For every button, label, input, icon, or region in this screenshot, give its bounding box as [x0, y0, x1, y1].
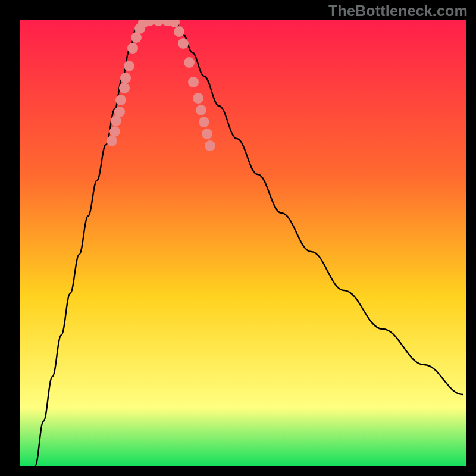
data-dot	[196, 105, 206, 115]
data-dot	[124, 61, 134, 71]
data-dot	[193, 93, 203, 104]
data-dot	[202, 129, 212, 139]
data-dot	[127, 43, 138, 54]
data-dot	[199, 117, 209, 127]
chart-frame: TheBottleneck.com	[0, 0, 476, 476]
data-dot	[120, 73, 131, 83]
data-dot	[205, 140, 215, 151]
watermark-text: TheBottleneck.com	[328, 2, 468, 20]
data-dot	[119, 83, 130, 93]
data-dot	[109, 126, 120, 137]
data-dot	[188, 77, 199, 87]
data-dot	[178, 38, 189, 49]
data-dot	[107, 136, 117, 146]
gradient-bg	[20, 20, 466, 466]
plot-area	[20, 20, 466, 466]
data-dot	[174, 26, 184, 37]
chart-svg	[20, 20, 466, 466]
data-dot	[114, 107, 125, 117]
data-dot	[115, 95, 126, 105]
data-dot	[184, 57, 195, 68]
